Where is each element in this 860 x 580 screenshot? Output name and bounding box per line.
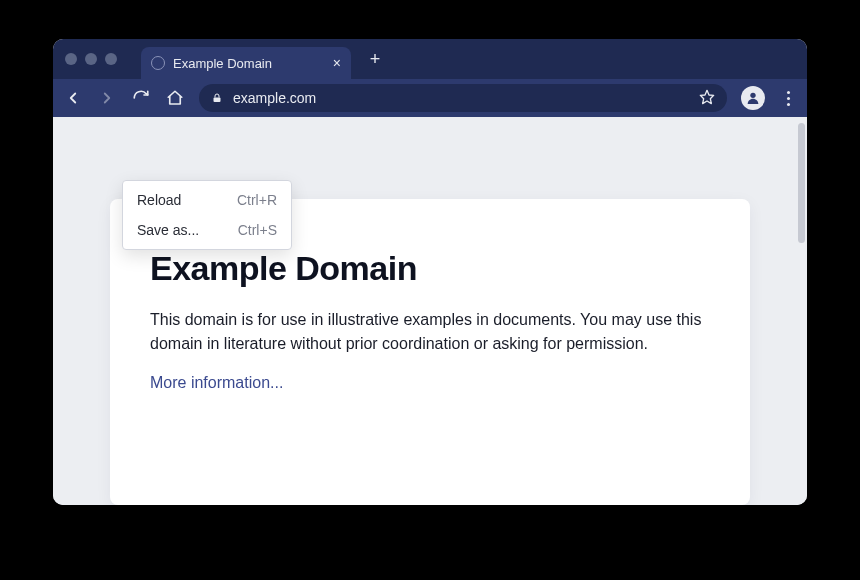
browser-tab[interactable]: Example Domain × xyxy=(141,47,351,79)
arrow-right-icon xyxy=(98,89,116,107)
home-icon xyxy=(166,89,184,107)
context-menu-shortcut: Ctrl+S xyxy=(238,222,277,238)
more-information-link[interactable]: More information... xyxy=(150,374,283,391)
context-menu-item-save-as[interactable]: Save as... Ctrl+S xyxy=(123,215,291,245)
profile-button[interactable] xyxy=(741,86,765,110)
page-viewport: Example Domain This domain is for use in… xyxy=(53,117,807,505)
forward-button[interactable] xyxy=(97,88,117,108)
page-body-text: This domain is for use in illustrative e… xyxy=(150,308,710,356)
menu-button[interactable] xyxy=(779,91,797,106)
svg-marker-1 xyxy=(700,90,713,103)
kebab-dot-icon xyxy=(787,91,790,94)
tab-title: Example Domain xyxy=(173,56,325,71)
tab-favicon xyxy=(151,56,165,70)
context-menu: Reload Ctrl+R Save as... Ctrl+S xyxy=(122,180,292,250)
context-menu-shortcut: Ctrl+R xyxy=(237,192,277,208)
star-icon xyxy=(699,89,715,105)
minimize-window-button[interactable] xyxy=(85,53,97,65)
kebab-dot-icon xyxy=(787,103,790,106)
context-menu-item-reload[interactable]: Reload Ctrl+R xyxy=(123,185,291,215)
bookmark-button[interactable] xyxy=(699,89,715,108)
reload-button[interactable] xyxy=(131,88,151,108)
arrow-left-icon xyxy=(64,89,82,107)
address-bar[interactable]: example.com xyxy=(199,84,727,112)
reload-icon xyxy=(132,89,150,107)
home-button[interactable] xyxy=(165,88,185,108)
toolbar: example.com xyxy=(53,79,807,117)
close-window-button[interactable] xyxy=(65,53,77,65)
context-menu-label: Reload xyxy=(137,192,181,208)
user-icon xyxy=(745,90,761,106)
url-text: example.com xyxy=(233,90,689,106)
close-tab-icon[interactable]: × xyxy=(333,55,341,71)
page-heading: Example Domain xyxy=(150,249,710,288)
vertical-scrollbar[interactable] xyxy=(798,123,805,243)
context-menu-label: Save as... xyxy=(137,222,199,238)
kebab-dot-icon xyxy=(787,97,790,100)
maximize-window-button[interactable] xyxy=(105,53,117,65)
tab-strip: Example Domain × + xyxy=(53,39,807,79)
svg-rect-0 xyxy=(214,98,221,103)
lock-icon xyxy=(211,92,223,104)
browser-window: Example Domain × + example.com xyxy=(53,39,807,505)
back-button[interactable] xyxy=(63,88,83,108)
new-tab-button[interactable]: + xyxy=(361,45,389,73)
svg-point-2 xyxy=(750,93,755,98)
window-controls xyxy=(65,53,117,65)
